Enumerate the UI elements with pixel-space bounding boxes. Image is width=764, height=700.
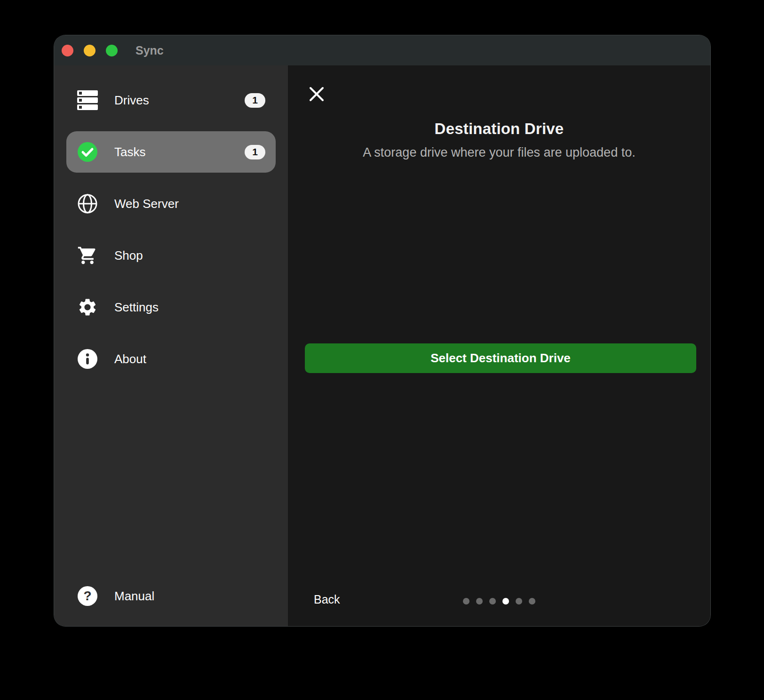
select-destination-drive-button[interactable]: Select Destination Drive [305, 343, 696, 373]
close-window-button[interactable] [62, 45, 73, 56]
page-dots [463, 598, 535, 605]
globe-icon [77, 193, 98, 215]
gear-icon [77, 296, 98, 318]
sidebar-item-label: Shop [114, 248, 143, 263]
close-icon[interactable] [308, 85, 326, 103]
sidebar-item-about[interactable]: About [66, 338, 276, 380]
page-title: Destination Drive [288, 120, 710, 138]
page-dot [502, 598, 509, 605]
page-dot [489, 598, 496, 605]
zoom-window-button[interactable] [106, 45, 118, 56]
cart-icon [77, 245, 98, 266]
page-dot [516, 598, 522, 605]
drives-icon [77, 89, 98, 111]
title-bar: Sync [54, 35, 710, 65]
window-title: Sync [135, 44, 164, 57]
sidebar-item-manual[interactable]: ? Manual [66, 575, 276, 617]
question-icon: ? [77, 585, 98, 607]
sidebar-item-label: Manual [114, 589, 154, 604]
sidebar-item-settings[interactable]: Settings [66, 286, 276, 328]
page-dot [476, 598, 483, 605]
sidebar-item-label: Tasks [114, 145, 145, 159]
info-icon [77, 348, 98, 370]
sidebar: Drives 1 Tasks 1 [54, 65, 288, 626]
page-subtitle: A storage drive where your files are upl… [288, 145, 710, 160]
page-dot [463, 598, 470, 605]
sidebar-item-web-server[interactable]: Web Server [66, 183, 276, 224]
sidebar-item-label: Web Server [114, 197, 179, 211]
app-window: Sync Drives 1 [54, 35, 710, 626]
check-circle-icon [77, 141, 98, 163]
sidebar-item-label: Settings [114, 300, 159, 315]
sidebar-item-shop[interactable]: Shop [66, 235, 276, 276]
tasks-count-badge: 1 [245, 145, 265, 159]
wizard-heading: Destination Drive A storage drive where … [288, 120, 710, 160]
sidebar-item-label: About [114, 352, 146, 366]
page-dot [529, 598, 535, 605]
drives-count-badge: 1 [245, 93, 265, 108]
minimize-window-button[interactable] [84, 45, 96, 56]
wizard-panel: Destination Drive A storage drive where … [288, 65, 710, 626]
sidebar-item-label: Drives [114, 93, 149, 108]
sidebar-item-tasks[interactable]: Tasks 1 [66, 131, 276, 173]
sidebar-item-drives[interactable]: Drives 1 [66, 80, 276, 121]
svg-text:?: ? [83, 589, 91, 603]
back-button[interactable]: Back [314, 593, 340, 606]
